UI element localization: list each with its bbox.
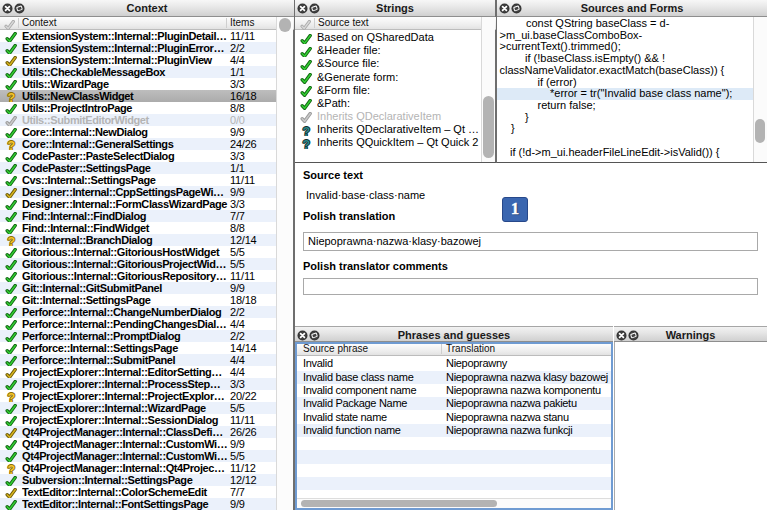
svg-text:?: ? xyxy=(7,92,15,102)
svg-text:?: ? xyxy=(7,392,15,402)
svg-text:?: ? xyxy=(7,236,15,246)
svg-text:?: ? xyxy=(302,126,310,137)
svg-text:?: ? xyxy=(302,139,310,150)
svg-text:?: ? xyxy=(7,464,15,474)
svg-text:?: ? xyxy=(7,140,15,150)
